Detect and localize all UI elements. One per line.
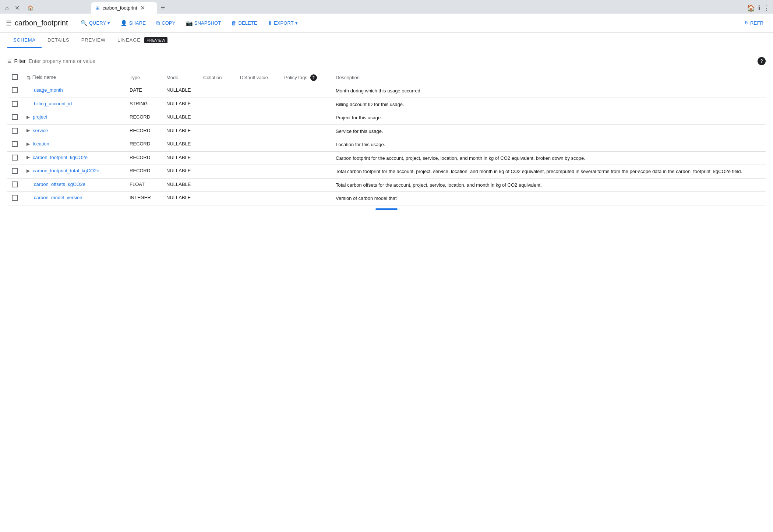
- delete-button[interactable]: 🗑 DELETE: [227, 18, 261, 28]
- policy-help-icon[interactable]: ?: [310, 74, 317, 81]
- expand-icon[interactable]: ▶: [27, 128, 30, 133]
- field-collation: [199, 124, 236, 138]
- field-policy-tags: [280, 165, 331, 179]
- refresh-icon: ↻: [745, 20, 749, 26]
- help-icon[interactable]: ?: [758, 57, 766, 65]
- field-type: DATE: [125, 84, 162, 98]
- field-mode: NULLABLE: [162, 98, 199, 111]
- browser-bookmark-icon[interactable]: 🏠: [747, 4, 755, 12]
- field-default-value: [236, 124, 280, 138]
- sort-icon[interactable]: ⇅: [27, 75, 31, 81]
- browser-tab-active[interactable]: ⊞ carbon_footprint ✕: [91, 2, 157, 14]
- field-type: RECORD: [125, 151, 162, 165]
- field-policy-tags: [280, 124, 331, 138]
- field-description: Carbon footprint for the account, projec…: [336, 155, 585, 161]
- field-mode: NULLABLE: [162, 192, 199, 205]
- field-default-value: [236, 192, 280, 205]
- tab-schema[interactable]: SCHEMA: [7, 33, 42, 48]
- table-row: usage_monthDATENULLABLEMonth during whic…: [7, 84, 766, 98]
- field-type: FLOAT: [125, 178, 162, 192]
- header-policy-col: Policy tags ?: [280, 71, 331, 84]
- snapshot-button[interactable]: 📷 SNAPSHOT: [182, 18, 225, 29]
- tab-preview[interactable]: PREVIEW: [75, 33, 112, 48]
- field-policy-tags: [280, 151, 331, 165]
- field-mode: NULLABLE: [162, 84, 199, 98]
- row-checkbox[interactable]: [12, 195, 18, 201]
- expand-icon[interactable]: ▶: [27, 141, 30, 147]
- browser-menu-icon[interactable]: ⋮: [763, 4, 770, 12]
- expand-icon[interactable]: ▶: [27, 114, 30, 120]
- filter-input[interactable]: [29, 58, 755, 64]
- refresh-button[interactable]: ↻ REFR: [741, 18, 767, 28]
- field-description: Billing account ID for this usage.: [336, 102, 404, 107]
- query-button[interactable]: 🔍 QUERY ▾: [77, 18, 114, 29]
- field-default-value: [236, 138, 280, 152]
- query-dropdown-icon: ▾: [107, 20, 110, 26]
- field-policy-tags: [280, 192, 331, 205]
- field-default-value: [236, 151, 280, 165]
- field-mode: NULLABLE: [162, 178, 199, 192]
- field-name-link[interactable]: carbon_footprint_kgCO2e: [33, 155, 88, 160]
- tab-details[interactable]: DETAILS: [42, 33, 75, 48]
- row-checkbox[interactable]: [12, 87, 18, 93]
- browser-home-btn[interactable]: ⌂: [3, 3, 11, 13]
- tab-lineage[interactable]: LINEAGE PREVIEW: [112, 33, 173, 48]
- app-title: carbon_footprint: [15, 19, 68, 27]
- field-mode: NULLABLE: [162, 151, 199, 165]
- browser-tab-home[interactable]: 🏠: [23, 3, 89, 13]
- field-name-link[interactable]: carbon_model_version: [34, 195, 82, 200]
- copy-button[interactable]: ⧉ COPY: [152, 18, 179, 29]
- query-icon: 🔍: [81, 20, 88, 27]
- field-name-link[interactable]: project: [33, 114, 47, 120]
- field-name-link[interactable]: billing_account_id: [34, 101, 72, 106]
- field-collation: [199, 84, 236, 98]
- export-button[interactable]: ⬆ EXPORT ▾: [264, 18, 301, 29]
- active-tab-label: carbon_footprint: [103, 5, 137, 11]
- field-name-link[interactable]: carbon_footprint_total_kgCO2e: [33, 168, 99, 173]
- field-collation: [199, 192, 236, 205]
- browser-info-icon[interactable]: ℹ: [758, 4, 760, 12]
- schema-content: ≡ Filter ? ⇅ Field name Type Mode: [0, 48, 773, 216]
- export-icon: ⬆: [268, 20, 272, 27]
- row-checkbox[interactable]: [12, 141, 18, 147]
- table-row: carbon_offsets_kgCO2eFLOATNULLABLETotal …: [7, 178, 766, 192]
- row-checkbox[interactable]: [12, 182, 18, 187]
- header-fieldname-col: ⇅ Field name: [22, 71, 125, 84]
- header-default-col: Default value: [236, 71, 280, 84]
- table-row: billing_account_idSTRINGNULLABLEBilling …: [7, 98, 766, 111]
- field-name-link[interactable]: service: [33, 128, 48, 133]
- field-collation: [199, 98, 236, 111]
- field-description: Service for this usage.: [336, 128, 383, 134]
- share-button[interactable]: 👤 SHARE: [117, 18, 149, 29]
- field-mode: NULLABLE: [162, 111, 199, 125]
- delete-icon: 🗑: [231, 20, 237, 26]
- field-mode: NULLABLE: [162, 165, 199, 179]
- field-default-value: [236, 178, 280, 192]
- field-description: Total carbon offsets for the account, pr…: [336, 182, 542, 188]
- row-checkbox[interactable]: [12, 155, 18, 161]
- field-name-link[interactable]: usage_month: [34, 87, 63, 93]
- expand-icon[interactable]: ▶: [27, 168, 30, 173]
- row-checkbox[interactable]: [12, 168, 18, 174]
- field-default-value: [236, 165, 280, 179]
- field-type: INTEGER: [125, 192, 162, 205]
- field-policy-tags: [280, 98, 331, 111]
- row-checkbox[interactable]: [12, 128, 18, 134]
- new-tab-button[interactable]: +: [159, 3, 167, 13]
- table-tab-icon: ⊞: [95, 5, 100, 11]
- sidebar-toggle-icon[interactable]: ☰: [6, 19, 12, 27]
- field-policy-tags: [280, 178, 331, 192]
- field-name-link[interactable]: carbon_offsets_kgCO2e: [34, 182, 85, 187]
- copy-icon: ⧉: [156, 20, 160, 27]
- app-toolbar: ☰ carbon_footprint 🔍 QUERY ▾ 👤 SHARE ⧉ C…: [0, 14, 773, 33]
- tab-close-icon[interactable]: ✕: [140, 4, 145, 11]
- expand-icon[interactable]: ▶: [27, 155, 30, 160]
- header-type-col: Type: [125, 71, 162, 84]
- field-default-value: [236, 98, 280, 111]
- row-checkbox[interactable]: [12, 114, 18, 120]
- field-name-link[interactable]: location: [33, 141, 49, 147]
- field-collation: [199, 165, 236, 179]
- browser-close-btn[interactable]: ✕: [13, 3, 22, 13]
- select-all-checkbox[interactable]: [12, 74, 18, 80]
- row-checkbox[interactable]: [12, 101, 18, 107]
